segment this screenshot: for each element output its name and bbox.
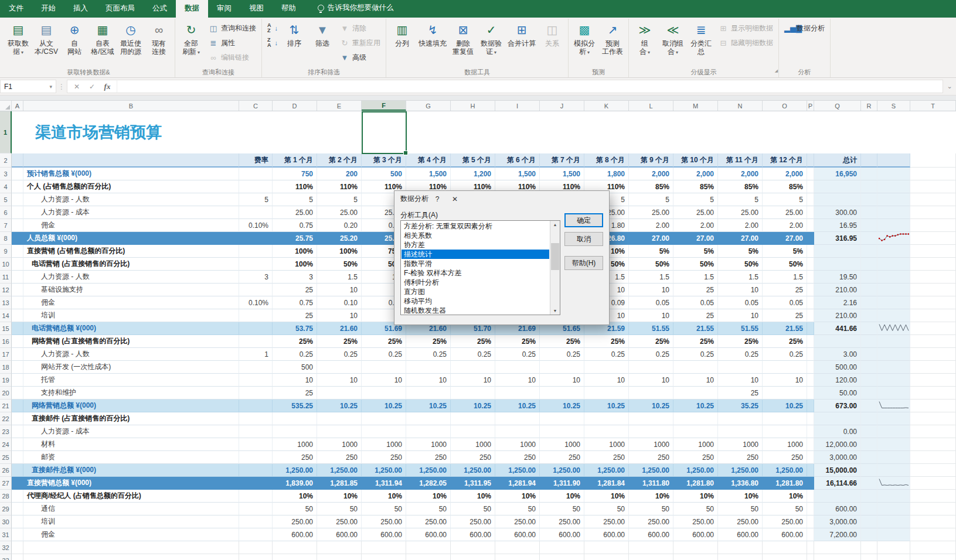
cell-A13[interactable] xyxy=(12,296,23,309)
cell-D24[interactable]: 1000 xyxy=(273,438,317,451)
cell-T3[interactable] xyxy=(910,168,956,180)
cell-R24[interactable] xyxy=(861,438,877,451)
cell-B7[interactable]: 佣金 xyxy=(23,219,239,232)
cell-A18[interactable] xyxy=(12,361,23,374)
cell-Q22[interactable] xyxy=(814,412,861,425)
cell-C3[interactable] xyxy=(239,168,273,180)
dialog-button-ok[interactable]: 确定 xyxy=(564,213,603,227)
row-header-8[interactable]: 8 xyxy=(0,232,12,245)
cell-A31[interactable] xyxy=(12,528,23,541)
cell-T22[interactable] xyxy=(910,412,956,425)
cell-H23[interactable] xyxy=(451,425,495,438)
cell-G2[interactable]: 第 4 个月 xyxy=(406,153,451,168)
cell-F29[interactable]: 50 xyxy=(362,503,406,515)
ribbon-tab-view[interactable]: 视图 xyxy=(240,0,273,18)
column-header-M[interactable]: M xyxy=(673,101,718,111)
cell-S16[interactable] xyxy=(877,335,910,348)
column-header-L[interactable]: L xyxy=(629,101,673,111)
cell-J20[interactable] xyxy=(540,387,584,399)
cell-S28[interactable] xyxy=(877,490,910,503)
cell-I30[interactable]: 250.00 xyxy=(495,515,540,528)
analysis-tool-item[interactable]: 移动平均 xyxy=(402,296,549,306)
cell-E1[interactable] xyxy=(317,111,362,153)
cell-T15[interactable] xyxy=(910,322,956,335)
cell-S2[interactable] xyxy=(877,153,910,168)
cell-A16[interactable] xyxy=(12,335,23,348)
cell-M10[interactable]: 50% xyxy=(673,258,718,271)
cell-R19[interactable] xyxy=(861,374,877,387)
cell-D1[interactable] xyxy=(273,111,317,153)
column-header-G[interactable]: G xyxy=(406,101,451,111)
cell-Q23[interactable]: 0.00 xyxy=(814,425,861,438)
cell-R15[interactable] xyxy=(861,322,877,335)
cell-I26[interactable]: 1,250.00 xyxy=(495,464,540,477)
cell-R14[interactable] xyxy=(861,309,877,322)
cell-H33[interactable] xyxy=(451,554,495,560)
cell-Q6[interactable]: 300.00 xyxy=(814,206,861,219)
cell-L19[interactable]: 10 xyxy=(629,374,673,387)
cell-D22[interactable] xyxy=(273,412,317,425)
cell-L4[interactable]: 85% xyxy=(629,180,673,193)
existing-connections-button[interactable]: ∞现有 连接 xyxy=(145,20,172,66)
cell-K3[interactable]: 1,800 xyxy=(584,168,629,180)
cell-T4[interactable] xyxy=(910,180,956,193)
scroll-thumb[interactable] xyxy=(551,243,559,270)
cell-E12[interactable]: 10 xyxy=(317,284,362,296)
cell-B22[interactable]: 直接邮件 (占直接销售的百分比) xyxy=(23,412,239,425)
cell-S7[interactable] xyxy=(877,219,910,232)
hide-detail-button[interactable]: ⊟隐藏明细数据 xyxy=(716,36,776,49)
cell-A19[interactable] xyxy=(12,374,23,387)
cell-P25[interactable] xyxy=(807,451,814,464)
cell-M19[interactable]: 10 xyxy=(673,374,718,387)
cell-D3[interactable]: 750 xyxy=(273,168,317,180)
cell-Q13[interactable]: 2.16 xyxy=(814,296,861,309)
cell-M2[interactable]: 第 10 个月 xyxy=(673,153,718,168)
cell-R25[interactable] xyxy=(861,451,877,464)
analysis-tool-item[interactable]: 协方差 xyxy=(402,240,549,250)
cell-B30[interactable]: 培训 xyxy=(23,515,239,528)
cell-I21[interactable]: 10.25 xyxy=(495,399,540,412)
cell-T18[interactable] xyxy=(910,361,956,374)
cell-F18[interactable] xyxy=(362,361,406,374)
cell-O25[interactable]: 250 xyxy=(763,451,807,464)
cell-J16[interactable]: 25% xyxy=(540,335,584,348)
cell-C8[interactable] xyxy=(239,232,273,245)
cell-N13[interactable]: 0.05 xyxy=(718,296,763,309)
column-header-C[interactable]: C xyxy=(239,101,273,111)
column-header-D[interactable]: D xyxy=(273,101,317,111)
cell-K33[interactable] xyxy=(584,554,629,560)
cell-N4[interactable]: 85% xyxy=(718,180,763,193)
cell-T11[interactable] xyxy=(910,271,956,284)
cell-Q25[interactable]: 3,000.00 xyxy=(814,451,861,464)
clear-filter-button[interactable]: ▼清除 xyxy=(337,22,383,35)
cell-K18[interactable] xyxy=(584,361,629,374)
cell-H22[interactable] xyxy=(451,412,495,425)
analysis-tool-item[interactable]: 直方图 xyxy=(402,287,549,296)
row-header-4[interactable]: 4 xyxy=(0,180,12,193)
cell-L9[interactable]: 5% xyxy=(629,245,673,258)
cell-I1[interactable] xyxy=(495,111,540,153)
cell-C14[interactable] xyxy=(239,309,273,322)
cell-B27[interactable]: 直接营销总额 ¥(000) xyxy=(23,477,239,490)
cell-O21[interactable]: 10.25 xyxy=(763,399,807,412)
cell-J26[interactable]: 1,250.00 xyxy=(540,464,584,477)
cell-T6[interactable] xyxy=(910,206,956,219)
cell-S8[interactable] xyxy=(877,232,910,245)
cell-F21[interactable]: 10.25 xyxy=(362,399,406,412)
cell-C9[interactable] xyxy=(239,245,273,258)
cell-B13[interactable]: 佣金 xyxy=(23,296,239,309)
cell-T25[interactable] xyxy=(910,451,956,464)
cell-Q1[interactable] xyxy=(814,111,861,153)
cell-T13[interactable] xyxy=(910,296,956,309)
cell-C2[interactable]: 费率 xyxy=(239,153,273,168)
cell-L32[interactable] xyxy=(629,541,673,554)
cell-C29[interactable] xyxy=(239,503,273,515)
cell-M3[interactable]: 2,000 xyxy=(673,168,718,180)
cell-R3[interactable] xyxy=(861,168,877,180)
cell-P27[interactable] xyxy=(807,477,814,490)
cell-S10[interactable] xyxy=(877,258,910,271)
row-header-1[interactable]: 1 xyxy=(0,111,12,153)
cell-K27[interactable]: 1,281.84 xyxy=(584,477,629,490)
row-header-14[interactable]: 14 xyxy=(0,309,12,322)
cell-L20[interactable] xyxy=(629,387,673,399)
